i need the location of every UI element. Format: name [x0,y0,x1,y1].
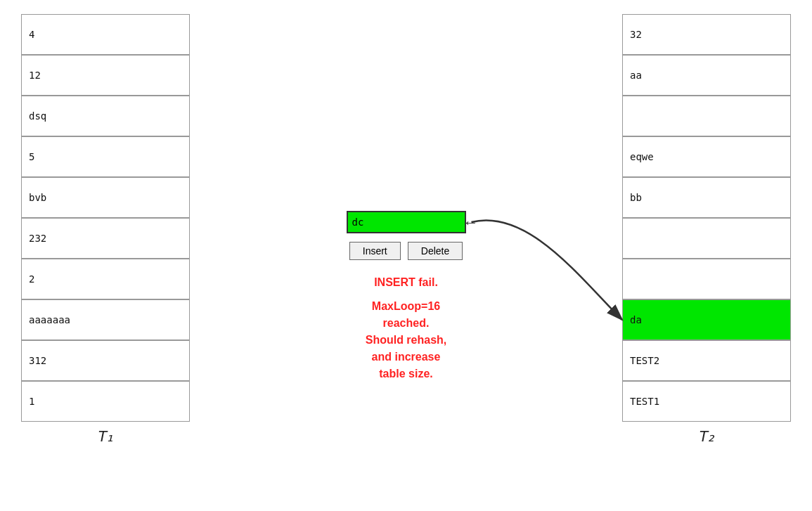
status-line4: Should rehash, [366,332,447,349]
status-line3: reached. [366,315,447,332]
center-panel: ← Insert Delete INSERT fail. MaxLoop=16 … [294,14,519,382]
t1-cell-7: aaaaaaa [21,299,190,340]
t1-cell-8: 312 [21,340,190,381]
t2-cell-7: da [622,299,791,340]
main-container: 412dsq5bvb2322aaaaaaa3121 T₁ ← Insert De… [0,0,812,511]
t2-cell-8: TEST2 [622,340,791,381]
t2-cell-1: aa [622,55,791,96]
status-line2: MaxLoop=16 [366,298,447,315]
t2-label: T₂ [622,427,791,446]
t1-cells: 412dsq5bvb2322aaaaaaa3121 [21,14,190,422]
status-line6: table size. [366,366,447,382]
t2-cell-5 [622,218,791,259]
t1-table: 412dsq5bvb2322aaaaaaa3121 T₁ [21,14,190,446]
t2-table: 32aa eqwebb daTEST2TEST1 T₂ [622,14,791,446]
button-row: Insert Delete [349,242,463,260]
t2-cell-2 [622,96,791,136]
t2-cell-0: 32 [622,14,791,55]
t2-cell-9: TEST1 [622,381,791,422]
t2-cell-4: bb [622,177,791,218]
t1-cell-6: 2 [21,259,190,299]
t1-cell-4: bvb [21,177,190,218]
t2-cell-6 [622,259,791,299]
status-line5: and increase [366,349,447,366]
t1-cell-0: 4 [21,14,190,55]
t1-cell-1: 12 [21,55,190,96]
status-line1: INSERT fail. [366,274,447,291]
delete-button[interactable]: Delete [408,242,463,260]
t1-cell-9: 1 [21,381,190,422]
t2-cell-3: eqwe [622,136,791,177]
key-input[interactable] [347,211,466,233]
t2-cells: 32aa eqwebb daTEST2TEST1 [622,14,791,422]
t1-cell-3: 5 [21,136,190,177]
t1-cell-5: 232 [21,218,190,259]
t1-label: T₁ [21,427,190,446]
input-row: ← [347,211,466,233]
t1-cell-2: dsq [21,96,190,136]
status-text: INSERT fail. MaxLoop=16 reached. Should … [366,274,447,382]
insert-button[interactable]: Insert [349,242,401,260]
